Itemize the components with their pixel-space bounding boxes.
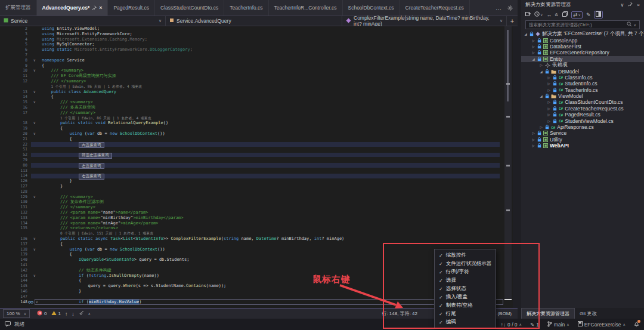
code-line[interactable]: 2using Entity.ViewModel; [0,26,513,32]
code-line[interactable]: 7 [0,53,513,58]
tree-item--efcoreexercise-7-7-[interactable]: ◢解决方案 'EFCoreExercise' (7 个项目, 共 7 个) [521,31,644,37]
code-line[interactable]: 14{ [0,94,513,100]
close-icon[interactable]: × [637,2,640,8]
preview-selected-icon[interactable] [594,11,603,18]
tool-window-tab-git-[interactable]: Git 更改 [575,308,601,319]
search-box[interactable]: 搜索解决方案资源管理器(Ctrl+;) ∨ [525,20,640,29]
code-line[interactable]: 10∨/// <summary> [0,68,513,73]
tree-item-efcoregenericrepository[interactable]: ▷EFCoreGenericRepository [521,50,644,55]
error-counter[interactable]: 0 [37,310,47,317]
tree-item-apiresponse-cs[interactable]: ▷C#ApiResponse.cs [521,124,644,130]
compare-icon[interactable]: ↔ [546,12,552,18]
expander-closed-icon[interactable]: ▷ [547,88,551,92]
chevron-down-icon[interactable]: ∨ [634,23,636,27]
fold-open-marker[interactable]: ∨ [33,273,36,279]
codelens-line[interactable]: 1 个引用 | Edwin, 86 天前 | 1 名作者, 4 项更改 [0,116,513,121]
fold-open-marker[interactable]: ∨ [33,100,36,105]
tree-item-viewmodel[interactable]: ◢ViewModel [521,93,644,99]
tab-classstudentcountdto-cs[interactable]: ClassStudentCountDto.cs [155,0,224,16]
chevron-up-icon[interactable]: ∧ [88,312,91,316]
expander-open-icon[interactable]: ◢ [539,94,543,98]
code-line[interactable]: 19{ [0,126,513,131]
expander-closed-icon[interactable]: ▷ [547,113,551,116]
pin-icon[interactable] [92,5,97,10]
code-line[interactable]: 17/// </summary> [0,110,513,116]
tree-item--[interactable]: ▷依赖项 [521,62,644,68]
code-line[interactable]: 128 [0,189,513,195]
show-all-files-icon[interactable] [562,11,568,18]
fold-open-marker[interactable]: ∨ [33,58,36,63]
git-branch[interactable]: main ∧ [547,321,569,328]
code-line[interactable]: 80›左连接查询 [0,163,513,168]
code-line[interactable]: 16/// 多表关联查询 [0,105,513,110]
codelens-line[interactable]: 1 个引用 | Edwin, 86 天前 | 1 名作者, 4 项更改 [0,84,513,90]
code-line[interactable]: 5using MySqlConnector; [0,42,513,47]
fold-open-marker[interactable]: ∨ [33,121,36,126]
code-line[interactable]: 13∨public class AdvancedQuery [0,90,513,95]
tab-teacherinfo-cs[interactable]: TeacherInfo.cs [224,0,268,16]
code-line[interactable]: 22›内连接查询 [0,142,513,147]
expander-closed-icon[interactable]: ▷ [531,45,535,48]
expander-closed-icon[interactable]: ▷ [547,82,551,85]
code-line[interactable]: 113 [0,168,513,174]
expander-closed-icon[interactable]: ▷ [531,131,535,135]
code-line[interactable]: 126} [0,178,513,184]
tree-item-utility[interactable]: ▷Utility [521,137,644,143]
code-line[interactable]: 127} [0,184,513,189]
tab-settings-gear-icon[interactable] [507,2,513,13]
code-line[interactable]: 134/// <param name="minAge">minAge</para… [0,221,513,226]
expander-closed-icon[interactable]: ▷ [547,107,551,110]
tree-item-entity[interactable]: ◢Entity [521,56,644,62]
code-line[interactable]: 131/// </summary> [0,205,513,210]
code-line[interactable]: 52›筛选左连接查询 [0,152,513,158]
fold-open-marker[interactable]: ∨ [33,195,36,200]
tab-overflow-icon[interactable]: … [496,5,502,11]
code-line[interactable]: 132/// <param name="name">name</param> [0,210,513,215]
fold-open-marker[interactable]: ∨ [33,90,36,95]
expander-closed-icon[interactable]: ▷ [539,63,543,67]
breadcrumb-segment[interactable]: ComplexFilterExample(string name, DateTi… [342,16,507,26]
code-line[interactable]: 129∨/// <summary> [0,195,513,200]
sync-with-active-document-icon[interactable]: ⇄∨ [571,11,583,18]
search-icon[interactable] [627,21,632,28]
expander-open-icon[interactable]: ◢ [531,57,535,61]
warning-counter[interactable]: 1 [51,310,61,317]
code-line[interactable]: 3using Microsoft.EntityFrameworkCore; [0,32,513,37]
fold-open-marker[interactable]: ∨ [33,236,36,242]
pin-icon[interactable] [628,2,633,8]
codelens-line[interactable]: 0 个引用 | Edwin, 151 天前 | 1 名作者, 1 项更改 [0,231,513,236]
code-line[interactable]: 130/// 复杂条件过滤示例 [0,199,513,205]
expander-closed-icon[interactable]: ▷ [531,51,535,54]
code-line[interactable]: 6using static Microsoft.EntityFrameworkC… [0,47,513,53]
tree-item-service[interactable]: ▷Service [521,130,644,136]
code-line[interactable]: 135/// <returns></returns> [0,226,513,231]
tab-teacherinfor-controller-cs[interactable]: TeacherInfoR...Controller.cs [269,0,343,16]
git-repository[interactable]: EFCoreExercise ∧ [578,321,626,328]
tree-item-studentviewmodel-cs[interactable]: ▷C#StudentViewModel.cs [521,118,644,124]
breadcrumb-segment[interactable]: Service.AdvancedQuery [166,16,342,26]
code-line[interactable]: 15∨/// <summary> [0,100,513,105]
tree-item-teacherinfo-cs[interactable]: ▷C#TeacherInfo.cs [521,87,644,93]
fold-open-marker[interactable]: ∨ [33,247,36,252]
code-line[interactable]: 114›右连接查询 [0,173,513,178]
code-line[interactable]: 11/// EF Core高级查询技巧与实操 [0,73,513,79]
fold-open-marker[interactable]: ∨ [33,68,36,73]
code-line[interactable]: 20∨using (var db = new SchoolDbContext()… [0,131,513,137]
tab-advancedquery-cs-[interactable]: AdvancedQuery.cs*× [37,0,109,16]
switch-view-icon[interactable] [525,11,531,18]
tab-schooldbcontext-cs[interactable]: SchoolDbContext.cs [343,0,400,16]
collapse-all-icon[interactable]: « [555,11,559,18]
tab--[interactable]: 扩展管理器 [0,0,37,16]
tree-item-classinfo-cs[interactable]: ▷C#ClassInfo.cs [521,75,644,81]
codelens-info[interactable]: 1 个引用 | Edwin, 86 天前 | 1 名作者, 4 项更改 [60,116,151,121]
window-position-chevron-down-icon[interactable]: ∨ [620,2,624,8]
code-line[interactable]: 133/// <param name="minBirthday">minBirt… [0,215,513,221]
expander-open-icon[interactable]: ◢ [539,70,543,73]
clean-broom-icon[interactable] [79,310,84,317]
close-icon[interactable]: × [99,5,102,11]
tree-item-createteacherrequest-cs[interactable]: ▷C#CreateTeacherRequest.cs [521,106,644,112]
tab-pagedresult-cs[interactable]: PagedResult.cs [108,0,155,16]
codelens-info[interactable]: 0 个引用 | Edwin, 151 天前 | 1 名作者, 1 项更改 [60,231,153,236]
codelens-info[interactable]: 1 个引用 | Edwin, 86 天前 | 1 名作者, 4 项更改 [51,84,143,90]
tree-item-pagedresult-cs[interactable]: ▷C#PagedResult.cs [521,112,644,118]
